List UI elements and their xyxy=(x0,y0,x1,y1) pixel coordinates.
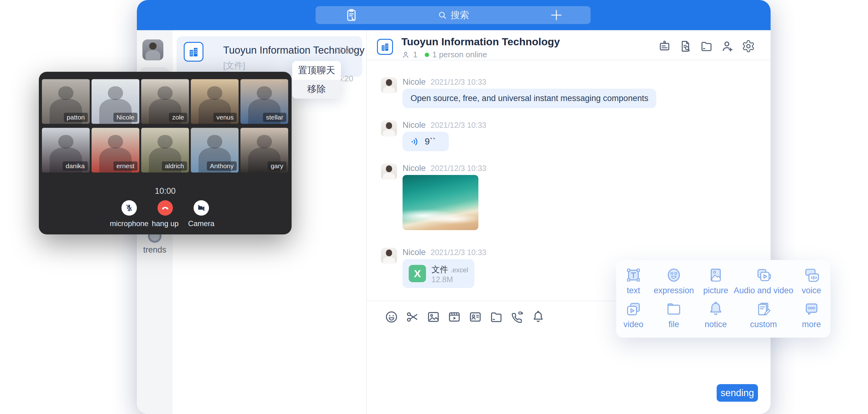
avatar[interactable] xyxy=(381,164,397,180)
feature-item-notice[interactable]: notice xyxy=(697,300,735,335)
group-avatar xyxy=(184,42,204,62)
online-dot-icon xyxy=(425,53,429,57)
picture-icon[interactable] xyxy=(426,310,440,324)
feature-item-file[interactable]: file xyxy=(651,300,697,335)
member-count: 1 xyxy=(413,50,417,59)
add-icon[interactable] xyxy=(549,8,563,22)
bell-icon[interactable] xyxy=(531,310,545,324)
search-icon xyxy=(437,10,447,20)
feature-label: video xyxy=(624,320,644,329)
scissors-icon[interactable] xyxy=(405,310,420,324)
video-call-overlay: pattonNicolezolevenusstellardanikaernest… xyxy=(39,72,291,234)
avatar[interactable] xyxy=(381,248,397,264)
feature-panel: textexpressionpictureAudio and videovoic… xyxy=(616,260,830,338)
message-text: Nicole 2021/12/3 10:33 Open source, free… xyxy=(381,77,656,108)
sender-name: Nicole xyxy=(403,164,426,173)
sender-name: Nicole xyxy=(403,77,426,87)
online-status: 1 person online xyxy=(432,50,487,59)
board-icon[interactable] xyxy=(658,39,671,53)
avatar[interactable] xyxy=(381,121,397,136)
message-file: Nicole 2021/12/3 10:33 X 文件 .excel 12.8M xyxy=(381,248,487,288)
context-menu-item[interactable]: 移除 xyxy=(292,80,341,99)
message-time: 2021/12/3 10:33 xyxy=(431,77,487,87)
feature-item-custom[interactable]: custom xyxy=(735,300,793,335)
control-label: microphone xyxy=(110,219,148,228)
call-control-Camera: Camera xyxy=(183,200,219,228)
search-bar[interactable]: 搜索 xyxy=(316,6,591,24)
feature-label: notice xyxy=(705,320,727,329)
microphone-button[interactable] xyxy=(121,200,137,216)
video-clip-icon[interactable] xyxy=(447,310,461,324)
control-label: Camera xyxy=(188,219,214,228)
conversation-header: Tuoyun Information Technology 1 1 person… xyxy=(367,30,771,60)
sender-name: Nicole xyxy=(403,248,426,257)
feature-item-text[interactable]: text xyxy=(616,267,651,300)
text-bubble[interactable]: Open source, free, and universal instant… xyxy=(403,89,656,108)
text-icon xyxy=(625,267,642,283)
voice-bubble[interactable]: 9`` xyxy=(403,132,449,151)
feature-item-picture[interactable]: picture xyxy=(697,267,735,300)
participant-tile: Nicole xyxy=(92,79,139,124)
group-avatar xyxy=(377,39,393,55)
feature-item-more[interactable]: more xyxy=(793,300,830,335)
participant-tile: gary xyxy=(241,128,288,172)
feature-item-audio-and-video[interactable]: Audio and video xyxy=(735,267,793,300)
emoji-icon[interactable] xyxy=(384,310,399,324)
call-timer: 10:00 xyxy=(39,186,291,196)
call-controls: microphonehang upCamera xyxy=(39,200,291,228)
notice-icon xyxy=(707,300,724,317)
context-menu-item[interactable]: 置顶聊天 xyxy=(292,61,341,80)
feature-item-voice[interactable]: voice xyxy=(793,267,830,300)
settings-icon[interactable] xyxy=(742,39,755,53)
folder-icon[interactable] xyxy=(700,39,713,53)
participant-tile: zole xyxy=(141,79,189,124)
hang-up-button[interactable] xyxy=(157,200,173,216)
Camera-button[interactable] xyxy=(193,200,209,216)
feature-label: expression xyxy=(654,286,694,295)
conversation-panel: Tuoyun Information Technology 1 1 person… xyxy=(367,30,771,414)
feature-label: text xyxy=(627,286,640,295)
building-icon xyxy=(187,45,200,58)
participant-name: gary xyxy=(268,161,286,171)
send-button[interactable]: sending xyxy=(717,384,758,402)
page: 搜索 trends Tuoyun Information Technology … xyxy=(0,0,868,414)
message-time: 2021/12/3 10:33 xyxy=(431,164,487,173)
audio-video-icon xyxy=(755,267,772,283)
feature-label: more xyxy=(802,320,821,329)
participant-name: danika xyxy=(63,161,88,171)
building-icon xyxy=(380,41,390,52)
folder-icon[interactable] xyxy=(489,310,503,324)
participant-tile: ernest xyxy=(92,128,139,172)
feature-item-expression[interactable]: expression xyxy=(651,267,697,300)
picture-frame-icon xyxy=(707,267,724,283)
feature-label: custom xyxy=(750,320,777,329)
my-avatar[interactable] xyxy=(143,39,163,60)
person-add-icon[interactable] xyxy=(721,39,734,53)
custom-icon xyxy=(755,300,772,317)
message-voice: Nicole 2021/12/3 10:33 9`` xyxy=(381,121,487,151)
message-time: 2021/12/3 10:33 xyxy=(431,121,487,130)
voice-duration: 9`` xyxy=(425,136,436,147)
doc-search-icon[interactable] xyxy=(679,39,692,53)
avatar[interactable] xyxy=(381,77,397,93)
image-attachment[interactable] xyxy=(403,175,478,230)
participant-name: Anthony xyxy=(207,161,237,171)
participant-tile: aldrich xyxy=(141,128,189,172)
file-icon xyxy=(665,300,682,317)
conversation-title: Tuoyun Information Technology xyxy=(401,36,560,48)
feature-label: picture xyxy=(703,286,728,295)
video-call-icon[interactable] xyxy=(510,310,524,324)
control-label: hang up xyxy=(152,219,179,228)
context-menu: 置顶聊天移除 xyxy=(292,61,341,99)
file-ext: .excel xyxy=(451,266,468,274)
feature-label: voice xyxy=(802,286,821,295)
excel-file-icon: X xyxy=(409,265,426,282)
file-bubble[interactable]: X 文件 .excel 12.8M xyxy=(403,259,474,288)
participant-name: stellar xyxy=(263,113,286,122)
composer-toolbar xyxy=(384,310,545,324)
contact-card-icon[interactable] xyxy=(468,310,483,324)
feature-item-video[interactable]: video xyxy=(616,300,651,335)
participant-name: patton xyxy=(64,113,88,122)
expression-icon xyxy=(665,267,682,283)
voice-wave-icon xyxy=(410,136,421,147)
